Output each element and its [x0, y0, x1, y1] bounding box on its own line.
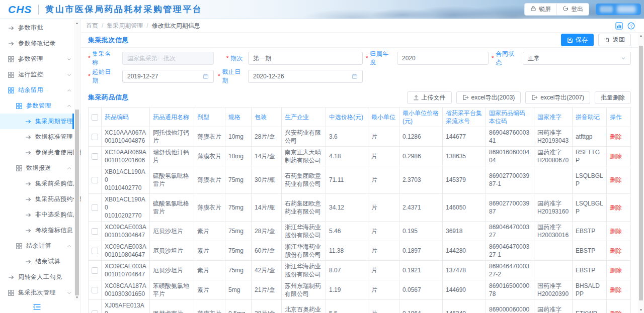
upload-file-button[interactable]: 上传文件 [407, 91, 452, 104]
grid-icon [8, 72, 14, 78]
year-input[interactable] [397, 52, 489, 65]
select-all-checkbox[interactable] [92, 114, 98, 121]
delete-link[interactable]: 删除 [610, 133, 622, 140]
sidebar-item[interactable]: 数据报送 [0, 160, 80, 176]
cell: 21片/盒 [252, 280, 282, 300]
scroll-down-arrow[interactable]: ▼ [638, 307, 644, 313]
cell: 28片/盒 [252, 127, 282, 147]
cell: XB01ACL190A0 01010402770 [102, 166, 150, 194]
delete-link[interactable]: 删除 [610, 176, 622, 183]
cell: 厄贝沙坦片 [150, 222, 194, 241]
sidebar-item[interactable]: 结余试算 [0, 254, 80, 269]
scrollbar-thumb[interactable] [75, 110, 79, 295]
cell [534, 241, 573, 261]
row-checkbox[interactable] [92, 177, 98, 183]
sidebar-item[interactable]: 运行监控 [0, 67, 80, 82]
end-date-value: 2020-12-26 [253, 73, 284, 80]
sidebar-item[interactable]: 集采药品预约信息 [0, 191, 80, 207]
start-date-picker[interactable]: 2019-12-27 [122, 70, 214, 83]
cell: 浙江华海药业股份有限公司 [282, 222, 326, 241]
logout-button[interactable]: 登出 [556, 3, 589, 16]
delete-link[interactable]: 删除 [610, 204, 622, 211]
drug-section-header: 集采药品信息 上传文件 excel导出(2003) excel导出(2007) [81, 90, 644, 105]
period-input[interactable] [248, 52, 363, 65]
breadcrumb-cycle-mgmt[interactable]: 集采周期管理 [107, 22, 143, 30]
cell: 4.18 [326, 147, 368, 166]
sidebar-item[interactable]: 参保患者使用比例 [0, 145, 80, 160]
row-checkbox[interactable] [92, 248, 98, 254]
sidebar-item[interactable]: 结余计算 [0, 238, 80, 254]
sidebar-item-label: 周转金人工勾兑 [18, 273, 62, 281]
scroll-down-arrow[interactable]: ▼ [74, 294, 80, 300]
period-field-label: *期次 [218, 54, 243, 63]
drug-table: 药品编码 药品通用名称 剂型 规格 包装 生产企业 中选价格(元) 最小单位 最… [88, 107, 631, 313]
row-checkbox[interactable] [92, 153, 98, 160]
delete-link[interactable]: 删除 [610, 286, 622, 293]
sidebar-item[interactable]: 考核指标信息 [0, 223, 80, 238]
scroll-up-arrow[interactable]: ▲ [74, 20, 80, 26]
excel-export-2007-button[interactable]: excel导出(2007) [525, 91, 590, 104]
delete-link[interactable]: 删除 [610, 267, 622, 274]
col-header-actions: 操作 [607, 108, 631, 127]
delete-link[interactable]: 删除 [610, 310, 622, 313]
sidebar-item[interactable]: 参数审批 [0, 20, 80, 36]
svg-text:?: ? [630, 23, 632, 28]
table-row: XC09CAE003A 001010804647厄贝沙坦片素片75mg60片/盒… [89, 241, 631, 261]
cell: 144690 [443, 280, 486, 300]
row-checkbox[interactable] [92, 134, 98, 140]
sidebar-item[interactable]: 参数修改记录 [0, 36, 80, 51]
row-checkbox[interactable] [92, 310, 98, 313]
required-asterisk: * [226, 55, 229, 62]
delete-link[interactable]: 删除 [610, 153, 622, 160]
help-question-icon[interactable]: ? [627, 22, 635, 30]
delete-link[interactable]: 删除 [610, 228, 622, 235]
back-button[interactable]: 返回 [598, 34, 631, 46]
cell: 8.07 [326, 261, 368, 280]
cell: 75mg [225, 194, 252, 222]
lock-screen-button[interactable]: 锁屏 [524, 3, 557, 16]
sidebar-item[interactable]: 参数管理 [0, 51, 80, 67]
scroll-up-arrow[interactable]: ▲ [638, 33, 644, 39]
delete-link[interactable]: 删除 [610, 247, 622, 254]
batch-delete-button[interactable]: 批量删除 [595, 91, 631, 104]
sidebar-item-label: 参数修改记录 [18, 39, 56, 48]
user-badge[interactable] [596, 4, 641, 15]
sidebar-item[interactable]: 数据标准管理 [0, 129, 80, 145]
required-asterisk: * [218, 73, 220, 80]
contract-status-select[interactable]: 正常 [523, 52, 631, 65]
sidebar-item[interactable]: 集采批次管理 [0, 285, 80, 300]
arrow-icon [25, 196, 31, 202]
row-checkbox[interactable] [92, 287, 98, 293]
cell: XC09CAE003A 001010704647 [102, 261, 150, 280]
cell: 5mg [225, 280, 252, 300]
end-date-picker[interactable]: 2020-12-26 [248, 70, 363, 83]
menu-fold-icon[interactable] [33, 304, 41, 310]
col-header-dosage-form: 剂型 [194, 108, 225, 127]
sidebar-menu: 参数审批参数修改记录参数管理运行监控结余留用参数管理集采周期管理数据标准管理参保… [0, 20, 80, 300]
sidebar-item-label: 结余留用 [18, 86, 43, 94]
save-button[interactable]: 保存 [561, 34, 594, 46]
scrollbar-thumb[interactable] [639, 46, 643, 300]
cell: 片 [368, 222, 399, 241]
sidebar-item[interactable]: 集采周期管理 [0, 114, 80, 129]
table-row: XB01ACL190A0 01010202770硫酸氢氯吡格雷片薄膜衣片75mg… [89, 194, 631, 222]
cell: 869027700039 87 [486, 194, 534, 222]
cell: 国药准字 H20193043 [534, 127, 573, 147]
cell: 145379 [443, 166, 486, 194]
breadcrumb-home[interactable]: 首页 [86, 22, 98, 30]
row-checkbox[interactable] [92, 228, 98, 235]
table-row: XC09CAE003A 001010304647厄贝沙坦片素片75mg28片/盒… [89, 222, 631, 241]
batch-name-input [122, 52, 214, 65]
sidebar-item[interactable]: 非中选采购信息 [0, 207, 80, 223]
sidebar-item-label: 数据报送 [26, 164, 51, 172]
sidebar-item[interactable]: 结余留用 [0, 82, 80, 98]
bar-chart-icon[interactable] [615, 22, 623, 30]
cell: 片 [368, 261, 399, 280]
sidebar-item[interactable]: 集采前采购信息 [0, 176, 80, 191]
row-checkbox[interactable] [92, 204, 98, 211]
sidebar-item[interactable]: 参数管理 [0, 98, 80, 114]
cell: 2.4371 [399, 194, 443, 222]
row-checkbox[interactable] [92, 267, 98, 274]
sidebar-item[interactable]: 周转金人工勾兑 [0, 269, 80, 285]
excel-export-2003-button[interactable]: excel导出(2003) [456, 91, 521, 104]
